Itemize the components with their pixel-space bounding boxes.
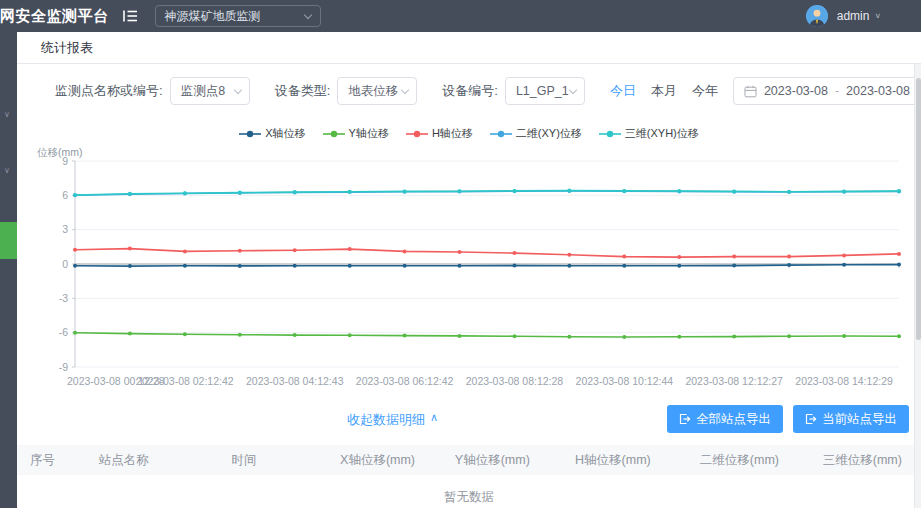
chart-area: -9-6-303692023-03-08 00:12:282023-03-08 … [17, 145, 921, 397]
legend-label: 二维(XY)位移 [516, 126, 582, 141]
data-detail-table: 序号站点名称时间X轴位移(mm)Y轴位移(mm)H轴位移(mm)二维位移(mm)… [17, 445, 921, 508]
svg-text:-3: -3 [59, 292, 68, 304]
svg-text:3: 3 [62, 223, 68, 235]
collapse-detail-link[interactable]: 收起数据明细 ∧ [347, 411, 438, 429]
calendar-icon [744, 85, 757, 98]
svg-text:-6: -6 [59, 326, 68, 338]
table-header-cell: 二维位移(mm) [687, 452, 810, 469]
export-current-station-button[interactable]: 当前站点导出 [793, 405, 909, 433]
legend-item[interactable]: 二维(XY)位移 [490, 126, 582, 141]
main-panel: 统计报表 监测点名称或编号: 监测点8 设备类型: 地表位移 设备编号: L1_… [17, 32, 921, 508]
date-start: 2023-03-08 [764, 84, 828, 98]
platform-title: 网安全监测平台 [0, 7, 109, 26]
legend-label: X轴位移 [265, 126, 305, 141]
table-empty-text: 暂无数据 [17, 475, 921, 508]
device-no-select[interactable]: L1_GP_1 [505, 77, 585, 105]
user-name: admin [837, 9, 870, 23]
user-avatar[interactable] [806, 5, 828, 27]
chevron-down-icon [233, 85, 241, 93]
tab-bar: 统计报表 [17, 32, 921, 64]
legend-marker-icon [490, 130, 512, 138]
sidebar-active-item[interactable] [0, 222, 17, 259]
table-header-cell: 三维位移(mm) [810, 452, 921, 469]
chevron-down-icon: ∨ [874, 12, 881, 20]
date-end: 2023-03-08 [846, 84, 910, 98]
menu-fold-icon[interactable] [122, 9, 138, 23]
sidebar-chevron-icon[interactable]: ∨ [4, 166, 10, 175]
table-header-row: 序号站点名称时间X轴位移(mm)Y轴位移(mm)H轴位移(mm)二维位移(mm)… [17, 445, 921, 475]
table-header-cell: 时间 [219, 452, 327, 469]
device-type-label: 设备类型: [275, 82, 331, 100]
legend-item[interactable]: Y轴位移 [323, 126, 389, 141]
device-type-select[interactable]: 地表位移 [337, 77, 417, 105]
date-range-picker[interactable]: 2023-03-08 - 2023-03-08 [733, 77, 921, 105]
chevron-down-icon [401, 85, 409, 93]
mine-select[interactable]: 神源煤矿地质监测 [155, 5, 321, 27]
legend-label: 三维(XYH)位移 [625, 126, 699, 141]
table-header-cell: 序号 [17, 452, 86, 469]
top-bar: 网安全监测平台 神源煤矿地质监测 admin ∨ [0, 0, 921, 32]
quick-range-month[interactable]: 本月 [651, 82, 677, 100]
table-header-cell: H轴位移(mm) [562, 452, 687, 469]
collapsed-sidebar: ∨ ∨ [0, 32, 17, 508]
svg-text:2023-03-08 14:12:29: 2023-03-08 14:12:29 [795, 375, 893, 387]
table-header-cell: 站点名称 [86, 452, 219, 469]
svg-text:位移(mm): 位移(mm) [37, 146, 83, 158]
export-icon [805, 413, 817, 425]
table-header-cell: X轴位移(mm) [327, 452, 442, 469]
mine-select-value: 神源煤矿地质监测 [165, 8, 261, 25]
legend-item[interactable]: 三维(XYH)位移 [599, 126, 699, 141]
chevron-down-icon [569, 85, 577, 93]
legend-marker-icon [239, 130, 261, 138]
station-select[interactable]: 监测点8 [170, 77, 250, 105]
table-header-cell: Y轴位移(mm) [442, 452, 562, 469]
svg-text:2023-03-08 12:12:27: 2023-03-08 12:12:27 [685, 375, 783, 387]
device-no-label: 设备编号: [442, 82, 498, 100]
caret-up-icon: ∧ [430, 411, 438, 429]
legend-label: H轴位移 [432, 126, 473, 141]
legend-marker-icon [406, 130, 428, 138]
legend-item[interactable]: H轴位移 [406, 126, 473, 141]
legend-marker-icon [323, 130, 345, 138]
svg-text:6: 6 [62, 189, 68, 201]
tab-statistics-report[interactable]: 统计报表 [41, 39, 93, 57]
chevron-down-icon [303, 10, 311, 18]
collapse-detail-label: 收起数据明细 [347, 411, 425, 429]
export-current-label: 当前站点导出 [822, 411, 897, 428]
scrollbar-thumb[interactable] [916, 78, 921, 340]
svg-text:0: 0 [62, 258, 68, 270]
device-type-value: 地表位移 [348, 83, 398, 100]
legend-item[interactable]: X轴位移 [239, 126, 305, 141]
filter-bar: 监测点名称或编号: 监测点8 设备类型: 地表位移 设备编号: L1_GP_1 … [17, 77, 921, 105]
export-all-stations-button[interactable]: 全部站点导出 [667, 405, 783, 433]
svg-text:2023-03-08 06:12:42: 2023-03-08 06:12:42 [356, 375, 454, 387]
quick-range-today[interactable]: 今日 [610, 82, 636, 100]
actions-row: 收起数据明细 ∧ 全部站点导出 [17, 403, 921, 435]
svg-text:2023-03-08 08:12:28: 2023-03-08 08:12:28 [466, 375, 564, 387]
svg-text:2023-03-08 02:12:42: 2023-03-08 02:12:42 [136, 375, 234, 387]
displacement-line-chart: -9-6-303692023-03-08 00:12:282023-03-08 … [29, 145, 913, 393]
quick-range-year[interactable]: 今年 [692, 82, 718, 100]
user-menu[interactable]: admin ∨ [837, 9, 881, 23]
date-separator: - [835, 84, 839, 98]
station-label: 监测点名称或编号: [55, 82, 163, 100]
export-icon [679, 413, 691, 425]
sidebar-chevron-icon[interactable]: ∨ [4, 110, 10, 119]
legend-label: Y轴位移 [349, 126, 389, 141]
export-all-label: 全部站点导出 [696, 411, 771, 428]
svg-text:2023-03-08 04:12:43: 2023-03-08 04:12:43 [246, 375, 344, 387]
chart-legend: X轴位移 Y轴位移 H轴位移 二维(XY)位移 三维(XYH)位移 [17, 126, 921, 141]
device-no-value: L1_GP_1 [516, 84, 569, 98]
svg-text:2023-03-08 10:12:44: 2023-03-08 10:12:44 [576, 375, 674, 387]
vertical-scrollbar[interactable] [914, 64, 921, 508]
station-select-value: 监测点8 [181, 83, 225, 100]
legend-marker-icon [599, 130, 621, 138]
svg-text:-9: -9 [59, 361, 68, 373]
